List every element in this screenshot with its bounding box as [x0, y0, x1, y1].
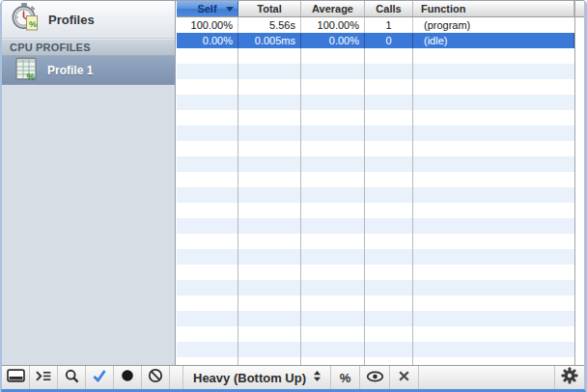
column-divider: [300, 48, 301, 365]
table-row-program[interactable]: 100.00% 5.56s 100.00% 1 (program): [177, 17, 574, 33]
svg-text:%: %: [27, 70, 36, 80]
column-divider: [364, 48, 365, 365]
percent-label: %: [340, 371, 351, 385]
toolbar-flex-space: [419, 366, 554, 389]
view-selector-label: Heavy (Bottom Up): [193, 371, 306, 385]
column-divider: [412, 48, 413, 365]
check-icon: [92, 369, 107, 386]
profiles-header-label: Profiles: [48, 13, 95, 27]
status-bar: Heavy (Bottom Up) %: [2, 365, 584, 389]
search-icon: [65, 369, 79, 387]
column-header-average[interactable]: Average: [301, 1, 365, 16]
data-grid-header: Self Total Average Calls Function: [177, 1, 574, 17]
view-selector-dropdown[interactable]: Heavy (Bottom Up): [183, 366, 331, 389]
cell-calls: 0: [365, 33, 413, 48]
cell-self: 0.00%: [177, 33, 238, 48]
cpu-profiles-section-label: CPU PROFILES: [10, 42, 91, 53]
search-button[interactable]: [58, 366, 86, 389]
column-header-self[interactable]: Self: [177, 1, 238, 16]
sidebar-item-profile-1[interactable]: % Profile 1: [2, 56, 175, 85]
vertical-scrollbar-track[interactable]: [574, 1, 584, 365]
cell-total: 0.005ms: [238, 33, 301, 48]
record-button[interactable]: [114, 366, 142, 389]
column-header-calls[interactable]: Calls: [365, 1, 413, 16]
exclude-function-button[interactable]: [390, 366, 419, 389]
dock-button[interactable]: [2, 366, 30, 389]
stopwatch-profiles-icon: %: [10, 2, 40, 38]
console-button[interactable]: [30, 366, 58, 389]
toolbar-spacer: [170, 366, 183, 389]
scrollbar-header-cap: [575, 1, 584, 17]
updown-arrows-icon: [313, 370, 321, 385]
cell-function: (idle): [413, 33, 574, 48]
settings-button[interactable]: [554, 366, 584, 389]
cell-average: 0.00%: [301, 33, 365, 48]
cpu-profiles-section-header: CPU PROFILES: [2, 39, 175, 56]
table-row-idle-selected[interactable]: 0.00% 0.005ms 0.00% 0 (idle): [177, 33, 574, 48]
empty-striped-rows: [177, 48, 574, 365]
sort-descending-icon: [226, 7, 234, 12]
x-icon: [398, 369, 410, 386]
profile-data-grid: Self Total Average Calls Function 100.00…: [177, 1, 574, 365]
console-icon: [35, 369, 52, 386]
profiles-sidebar: % Profiles CPU PROFILES %: [2, 1, 176, 365]
check-button[interactable]: [86, 366, 114, 389]
cell-calls: 1: [365, 17, 413, 33]
column-divider: [238, 48, 238, 365]
dock-icon: [7, 369, 25, 386]
clear-button[interactable]: [142, 366, 170, 389]
profile-item-label: Profile 1: [47, 64, 93, 77]
spreadsheet-percent-icon: %: [14, 57, 38, 84]
cell-total: 5.56s: [238, 17, 301, 33]
percent-button[interactable]: %: [331, 366, 360, 389]
svg-text:%: %: [29, 18, 37, 28]
eye-icon: [366, 369, 384, 386]
clear-icon: [148, 368, 163, 387]
gear-icon: [561, 367, 578, 388]
record-icon: [121, 369, 134, 386]
column-header-total[interactable]: Total: [238, 1, 301, 16]
focus-function-button[interactable]: [360, 366, 390, 389]
devtools-profiles-panel: % Profiles CPU PROFILES %: [0, 0, 587, 392]
column-header-function[interactable]: Function: [413, 1, 574, 16]
cell-function: (program): [413, 17, 574, 33]
cell-average: 100.00%: [301, 17, 365, 33]
cell-self: 100.00%: [177, 17, 238, 33]
profiles-header: % Profiles: [2, 1, 175, 39]
